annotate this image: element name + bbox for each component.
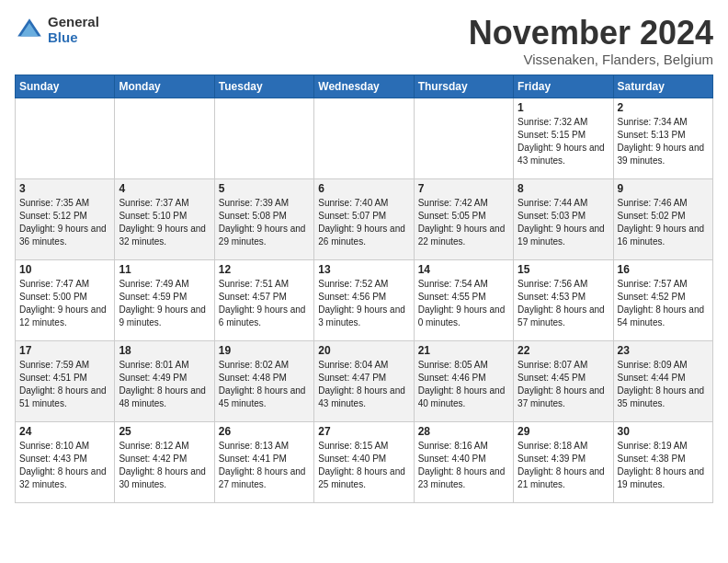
day-number: 24: [19, 425, 110, 438]
col-header-saturday: Saturday: [613, 75, 712, 98]
day-number: 1: [518, 101, 609, 114]
day-info: Sunrise: 8:02 AM Sunset: 4:48 PM Dayligh…: [219, 359, 310, 410]
calendar-cell: 30Sunrise: 8:19 AM Sunset: 4:38 PM Dayli…: [613, 421, 712, 502]
day-info: Sunrise: 8:12 AM Sunset: 4:42 PM Dayligh…: [119, 440, 210, 491]
day-number: 30: [618, 425, 709, 438]
day-info: Sunrise: 7:57 AM Sunset: 4:52 PM Dayligh…: [618, 278, 709, 329]
day-info: Sunrise: 8:01 AM Sunset: 4:49 PM Dayligh…: [119, 359, 210, 410]
day-number: 16: [618, 263, 709, 276]
day-info: Sunrise: 7:42 AM Sunset: 5:05 PM Dayligh…: [418, 197, 509, 248]
day-number: 8: [518, 182, 609, 195]
day-info: Sunrise: 7:34 AM Sunset: 5:13 PM Dayligh…: [618, 116, 709, 167]
day-info: Sunrise: 8:16 AM Sunset: 4:40 PM Dayligh…: [418, 440, 509, 491]
col-header-sunday: Sunday: [16, 75, 115, 98]
calendar-cell: 10Sunrise: 7:47 AM Sunset: 5:00 PM Dayli…: [16, 259, 115, 340]
calendar-cell: 23Sunrise: 8:09 AM Sunset: 4:44 PM Dayli…: [613, 340, 712, 421]
calendar-week-row: 3Sunrise: 7:35 AM Sunset: 5:12 PM Daylig…: [16, 178, 713, 259]
calendar-cell: 5Sunrise: 7:39 AM Sunset: 5:08 PM Daylig…: [214, 178, 313, 259]
calendar-cell: 22Sunrise: 8:07 AM Sunset: 4:45 PM Dayli…: [514, 340, 613, 421]
day-number: 21: [418, 344, 509, 357]
calendar-cell: [214, 98, 313, 178]
logo-blue-text: Blue: [48, 30, 99, 46]
day-number: 2: [618, 101, 709, 114]
day-number: 25: [119, 425, 210, 438]
calendar-cell: 27Sunrise: 8:15 AM Sunset: 4:40 PM Dayli…: [314, 421, 414, 502]
day-info: Sunrise: 7:52 AM Sunset: 4:56 PM Dayligh…: [318, 278, 409, 329]
calendar-cell: 28Sunrise: 8:16 AM Sunset: 4:40 PM Dayli…: [414, 421, 513, 502]
calendar-cell: [115, 98, 214, 178]
logo-general-text: General: [48, 15, 99, 30]
day-number: 18: [119, 344, 210, 357]
day-info: Sunrise: 7:51 AM Sunset: 4:57 PM Dayligh…: [219, 278, 310, 329]
calendar-cell: 24Sunrise: 8:10 AM Sunset: 4:43 PM Dayli…: [16, 421, 115, 502]
calendar-cell: [314, 98, 414, 178]
month-title: November 2024: [469, 15, 713, 52]
calendar-cell: 13Sunrise: 7:52 AM Sunset: 4:56 PM Dayli…: [314, 259, 414, 340]
day-number: 14: [418, 263, 509, 276]
day-info: Sunrise: 8:10 AM Sunset: 4:43 PM Dayligh…: [19, 440, 110, 491]
day-number: 27: [318, 425, 409, 438]
calendar-cell: 3Sunrise: 7:35 AM Sunset: 5:12 PM Daylig…: [16, 178, 115, 259]
col-header-friday: Friday: [514, 75, 613, 98]
day-info: Sunrise: 7:59 AM Sunset: 4:51 PM Dayligh…: [19, 359, 110, 410]
day-number: 6: [318, 182, 409, 195]
calendar-cell: 6Sunrise: 7:40 AM Sunset: 5:07 PM Daylig…: [314, 178, 414, 259]
day-number: 13: [318, 263, 409, 276]
calendar-cell: 26Sunrise: 8:13 AM Sunset: 4:41 PM Dayli…: [214, 421, 313, 502]
day-number: 4: [119, 182, 210, 195]
day-info: Sunrise: 7:37 AM Sunset: 5:10 PM Dayligh…: [119, 197, 210, 248]
day-number: 26: [219, 425, 310, 438]
calendar-table: SundayMondayTuesdayWednesdayThursdayFrid…: [15, 75, 713, 503]
calendar-cell: 2Sunrise: 7:34 AM Sunset: 5:13 PM Daylig…: [613, 98, 712, 178]
calendar-cell: 1Sunrise: 7:32 AM Sunset: 5:15 PM Daylig…: [514, 98, 613, 178]
day-info: Sunrise: 7:49 AM Sunset: 4:59 PM Dayligh…: [119, 278, 210, 329]
calendar-cell: 19Sunrise: 8:02 AM Sunset: 4:48 PM Dayli…: [214, 340, 313, 421]
calendar-cell: 4Sunrise: 7:37 AM Sunset: 5:10 PM Daylig…: [115, 178, 214, 259]
calendar-cell: [16, 98, 115, 178]
location-text: Vissenaken, Flanders, Belgium: [469, 52, 713, 67]
day-info: Sunrise: 7:56 AM Sunset: 4:53 PM Dayligh…: [518, 278, 609, 329]
day-number: 23: [618, 344, 709, 357]
calendar-cell: 11Sunrise: 7:49 AM Sunset: 4:59 PM Dayli…: [115, 259, 214, 340]
day-number: 28: [418, 425, 509, 438]
calendar-cell: 9Sunrise: 7:46 AM Sunset: 5:02 PM Daylig…: [613, 178, 712, 259]
day-number: 5: [219, 182, 310, 195]
day-info: Sunrise: 7:39 AM Sunset: 5:08 PM Dayligh…: [219, 197, 310, 248]
calendar-cell: [414, 98, 513, 178]
calendar-cell: 25Sunrise: 8:12 AM Sunset: 4:42 PM Dayli…: [115, 421, 214, 502]
day-number: 29: [518, 425, 609, 438]
day-info: Sunrise: 8:18 AM Sunset: 4:39 PM Dayligh…: [518, 440, 609, 491]
calendar-cell: 18Sunrise: 8:01 AM Sunset: 4:49 PM Dayli…: [115, 340, 214, 421]
calendar-cell: 16Sunrise: 7:57 AM Sunset: 4:52 PM Dayli…: [613, 259, 712, 340]
day-number: 17: [19, 344, 110, 357]
calendar-week-row: 10Sunrise: 7:47 AM Sunset: 5:00 PM Dayli…: [16, 259, 713, 340]
day-info: Sunrise: 7:54 AM Sunset: 4:55 PM Dayligh…: [418, 278, 509, 329]
page-header: General Blue November 2024 Vissenaken, F…: [15, 15, 713, 67]
calendar-cell: 20Sunrise: 8:04 AM Sunset: 4:47 PM Dayli…: [314, 340, 414, 421]
calendar-cell: 21Sunrise: 8:05 AM Sunset: 4:46 PM Dayli…: [414, 340, 513, 421]
day-info: Sunrise: 7:46 AM Sunset: 5:02 PM Dayligh…: [618, 197, 709, 248]
day-number: 10: [19, 263, 110, 276]
calendar-header-row: SundayMondayTuesdayWednesdayThursdayFrid…: [16, 75, 713, 98]
day-number: 19: [219, 344, 310, 357]
day-number: 15: [518, 263, 609, 276]
col-header-tuesday: Tuesday: [214, 75, 313, 98]
day-info: Sunrise: 7:40 AM Sunset: 5:07 PM Dayligh…: [318, 197, 409, 248]
logo-icon: [15, 16, 44, 45]
calendar-cell: 29Sunrise: 8:18 AM Sunset: 4:39 PM Dayli…: [514, 421, 613, 502]
day-number: 9: [618, 182, 709, 195]
calendar-cell: 14Sunrise: 7:54 AM Sunset: 4:55 PM Dayli…: [414, 259, 513, 340]
day-number: 3: [19, 182, 110, 195]
day-info: Sunrise: 7:47 AM Sunset: 5:00 PM Dayligh…: [19, 278, 110, 329]
calendar-cell: 7Sunrise: 7:42 AM Sunset: 5:05 PM Daylig…: [414, 178, 513, 259]
logo: General Blue: [15, 15, 99, 45]
calendar-week-row: 17Sunrise: 7:59 AM Sunset: 4:51 PM Dayli…: [16, 340, 713, 421]
col-header-wednesday: Wednesday: [314, 75, 414, 98]
day-info: Sunrise: 7:44 AM Sunset: 5:03 PM Dayligh…: [518, 197, 609, 248]
day-info: Sunrise: 8:05 AM Sunset: 4:46 PM Dayligh…: [418, 359, 509, 410]
col-header-thursday: Thursday: [414, 75, 513, 98]
day-number: 22: [518, 344, 609, 357]
day-number: 12: [219, 263, 310, 276]
calendar-cell: 8Sunrise: 7:44 AM Sunset: 5:03 PM Daylig…: [514, 178, 613, 259]
day-info: Sunrise: 8:04 AM Sunset: 4:47 PM Dayligh…: [318, 359, 409, 410]
